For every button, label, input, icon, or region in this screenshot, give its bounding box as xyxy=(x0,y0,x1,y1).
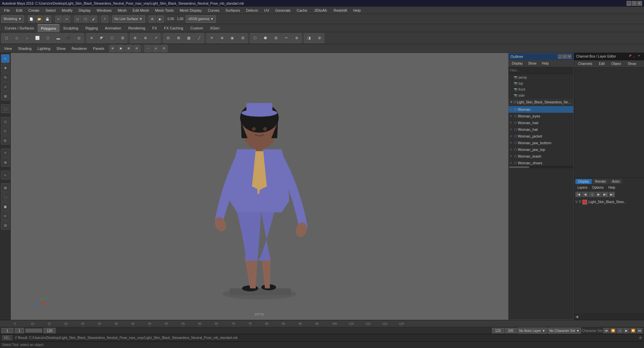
goto-start-btn[interactable]: |◀ xyxy=(575,192,581,197)
rp-tab-render[interactable]: Render xyxy=(592,179,609,184)
tab-fx-caching[interactable]: FX Caching xyxy=(161,24,186,32)
prev-frame-btn[interactable]: ◀ xyxy=(582,192,588,197)
menu-mesh-display[interactable]: Mesh Display xyxy=(177,8,205,13)
smooth-btn[interactable]: ≋ xyxy=(86,33,96,43)
lasso-btn[interactable]: ⬡ xyxy=(82,15,89,23)
save-scene-btn[interactable]: 💾 xyxy=(44,15,51,23)
snap-grid-side[interactable]: ⌗ xyxy=(1,149,10,157)
outliner-item-woman-jacket[interactable]: 👁 ⬡ Woman_jacket xyxy=(508,133,573,140)
extract-btn[interactable]: ↗ xyxy=(151,33,161,43)
close-button[interactable]: ✕ xyxy=(637,1,642,6)
view-ctrl4[interactable]: ⊟ xyxy=(133,45,141,52)
maximize-button[interactable]: □ xyxy=(632,1,637,6)
sphere-tool-btn[interactable]: ⬡ xyxy=(43,33,53,43)
renderer-menu[interactable]: Renderer xyxy=(69,46,90,51)
uv-sew-btn[interactable]: ⊕ xyxy=(292,33,302,43)
outliner-item-woman-eyes[interactable]: 👁 ⬡ Woman_eyes xyxy=(508,113,573,119)
paint-tool-btn[interactable]: ○ xyxy=(22,33,32,43)
timeline-slider[interactable] xyxy=(25,329,42,333)
outliner-hscroll[interactable] xyxy=(508,166,573,168)
uv-layout-btn[interactable]: ⊞ xyxy=(271,33,281,43)
menu-windows[interactable]: Windows xyxy=(94,8,114,13)
view-ctrl5[interactable]: ⋯ xyxy=(144,45,152,52)
attr-side[interactable]: ⊟ xyxy=(1,221,10,230)
lasso-tool-btn[interactable]: ◇ xyxy=(12,33,22,43)
menu-display[interactable]: Display xyxy=(76,8,93,13)
cam-view-side[interactable]: ⊞ xyxy=(1,183,10,192)
menu-surfaces[interactable]: Surfaces xyxy=(223,8,243,13)
outliner-maximize[interactable]: □ xyxy=(563,55,567,59)
rp-sub-help[interactable]: Help xyxy=(606,185,617,190)
char-set-dropdown[interactable]: No Character Set ▼ xyxy=(548,328,581,334)
last-tool-side[interactable]: ⊞ xyxy=(1,92,10,100)
pb-goto-start[interactable]: ⏮ xyxy=(603,328,609,333)
tab-custom[interactable]: Custom xyxy=(187,24,207,32)
snap-curve-side[interactable]: ⊛ xyxy=(1,158,10,167)
view-ctrl2[interactable]: ▣ xyxy=(117,45,125,52)
extrude-btn[interactable]: ⬡ xyxy=(107,33,117,43)
view-ctrl7[interactable]: ◔ xyxy=(160,45,168,52)
torus-tool-btn[interactable]: ◎ xyxy=(74,33,84,43)
tab-animation[interactable]: Animation xyxy=(101,24,125,32)
menu-edit[interactable]: Edit xyxy=(13,8,25,13)
cb-tab-show[interactable]: Show xyxy=(625,61,639,66)
anim-range-end[interactable] xyxy=(505,328,517,333)
menu-select[interactable]: Select xyxy=(43,8,59,13)
play-fwd-btn[interactable]: ▶ xyxy=(595,192,601,197)
tab-curves-surfaces[interactable]: Curves / Surfaces xyxy=(1,24,37,32)
tab-xgen[interactable]: XGen xyxy=(207,24,223,32)
outliner-side-camera[interactable]: 📷 side xyxy=(508,92,573,98)
snap-btn[interactable]: ⌗ xyxy=(101,15,108,23)
outliner-persp-camera[interactable]: 📷 persp xyxy=(508,74,573,80)
outliner-close[interactable]: ✕ xyxy=(567,55,571,59)
view-ctrl3[interactable]: ⊠ xyxy=(125,45,133,52)
tab-rigging[interactable]: Rigging xyxy=(82,24,101,32)
tab-polygons[interactable]: Polygons xyxy=(37,24,59,32)
select-mode-btn[interactable]: ◻ xyxy=(74,15,81,23)
minimize-button[interactable]: _ xyxy=(627,1,631,6)
rp-tab-anim[interactable]: Anim xyxy=(610,179,623,184)
quad-view-side[interactable]: ⬛ xyxy=(1,193,10,201)
outliner-search-input[interactable] xyxy=(510,69,572,72)
panels-menu[interactable]: Panels xyxy=(90,46,107,51)
outliner-help-menu[interactable]: Help xyxy=(540,61,551,66)
bevel-btn[interactable]: ◤ xyxy=(97,33,107,43)
bridge-btn[interactable]: ⊞ xyxy=(117,33,128,43)
mode-dropdown[interactable]: Modeling ▼ xyxy=(1,15,24,23)
single-view-side[interactable]: ▣ xyxy=(1,202,10,211)
render-settings-btn[interactable]: ⚙ xyxy=(149,15,156,23)
outliner-item-woman-shoes[interactable]: 👁 ⬡ Woman_shoes xyxy=(508,160,573,166)
menu-generate[interactable]: Generate xyxy=(272,8,293,13)
menu-file[interactable]: File xyxy=(1,8,13,13)
menu-create[interactable]: Create xyxy=(26,8,42,13)
outliner-hscroll-thumb[interactable] xyxy=(509,166,529,168)
fill-hole-btn[interactable]: ◉ xyxy=(227,33,237,43)
pb-goto-end[interactable]: ⏭ xyxy=(637,328,643,333)
boolean-btn[interactable]: ⊗ xyxy=(314,33,324,43)
select-tool-side[interactable]: ↖ xyxy=(1,54,10,63)
range-end-input[interactable] xyxy=(492,328,504,333)
insert-edge-loop-btn[interactable]: ⊟ xyxy=(163,33,173,43)
outliner-top-camera[interactable]: 📷 top xyxy=(508,80,573,86)
append-poly-btn[interactable]: ⊞ xyxy=(238,33,248,43)
cb-minimize-btn[interactable]: _ xyxy=(633,55,637,59)
timeline-ruler[interactable]: 5 10 15 20 25 xyxy=(0,320,644,327)
layer-side[interactable]: ≡ xyxy=(1,211,10,220)
select-tool-btn[interactable]: ◻ xyxy=(1,33,11,43)
next-frame-btn[interactable]: ▶| xyxy=(602,192,608,197)
rotate-tool-side[interactable]: ↻ xyxy=(1,73,10,82)
menu-help[interactable]: Help xyxy=(350,8,364,13)
menu-edit-mesh[interactable]: Edit Mesh xyxy=(130,8,152,13)
play-back-btn[interactable]: ◁ xyxy=(589,192,595,197)
pb-play-back[interactable]: ◁ xyxy=(617,328,623,333)
delete-edge-btn[interactable]: ✕ xyxy=(207,33,217,43)
menu-modify[interactable]: Modify xyxy=(59,8,75,13)
menu-uv[interactable]: UV xyxy=(261,8,272,13)
plane-tool-btn[interactable]: ⬛ xyxy=(64,33,74,43)
anim-layer-dropdown[interactable]: No Anim Layer ▼ xyxy=(517,328,547,334)
open-scene-btn[interactable]: 📂 xyxy=(36,15,43,23)
cb-tab-object[interactable]: Object xyxy=(609,61,624,66)
layer-color[interactable] xyxy=(582,200,587,204)
menu-cache[interactable]: Cache xyxy=(294,8,310,13)
outliner-root-item[interactable]: ▼ ⬡ Light_Skin_Black_Stewardess_Ne... xyxy=(508,99,573,105)
